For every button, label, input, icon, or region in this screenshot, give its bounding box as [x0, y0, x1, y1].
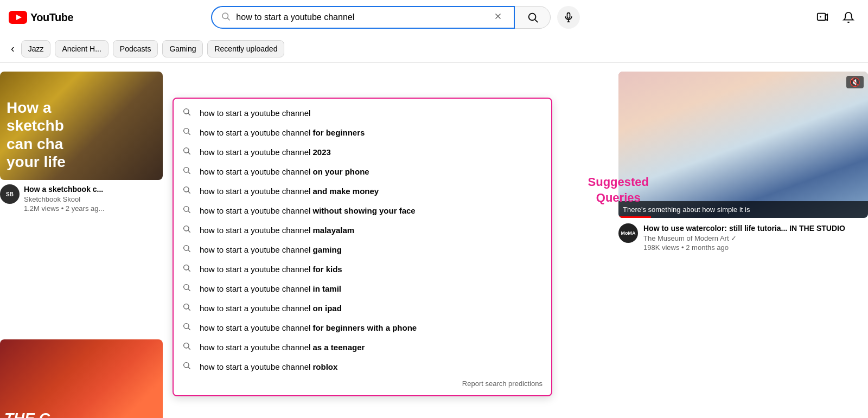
svg-line-20	[188, 152, 190, 155]
autocomplete-item-8[interactable]: how to start a youtube channel for kids	[174, 259, 551, 279]
voice-search-button[interactable]	[557, 6, 580, 29]
search-icon-5	[182, 205, 191, 216]
search-submit-button[interactable]	[515, 6, 551, 29]
left-video-title: How a sketchbook c...	[24, 184, 169, 194]
bottom-card-overlay-text: THE C	[4, 410, 50, 418]
svg-point-29	[184, 246, 189, 250]
autocomplete-item-1[interactable]: how to start a youtube channel for begin…	[174, 123, 551, 142]
right-video-title: How to use watercolor: still life tutori…	[643, 223, 868, 233]
query-text-12: how to start a youtube channel as a teen…	[200, 343, 542, 352]
svg-line-16	[188, 113, 190, 115]
svg-point-37	[184, 324, 189, 329]
autocomplete-item-4[interactable]: how to start a youtube channel and make …	[174, 181, 551, 201]
left-video-info: SB How a sketchbook c... Sketchbook Skoo…	[0, 184, 174, 213]
filter-chip-recently-uploaded[interactable]: Recently uploaded	[207, 40, 284, 57]
right-video-thumbnail[interactable]: 🔇 There's something about how simple it …	[618, 72, 868, 218]
autocomplete-item-2[interactable]: how to start a youtube channel 2023	[174, 142, 551, 162]
logo-area: YouTube	[9, 11, 95, 24]
svg-line-3	[228, 18, 230, 20]
video-card-right[interactable]: 🔇 There's something about how simple it …	[618, 72, 868, 252]
autocomplete-item-0[interactable]: how to start a youtube channel	[174, 103, 551, 123]
svg-point-33	[184, 285, 189, 290]
svg-line-26	[188, 211, 190, 213]
svg-line-38	[188, 328, 190, 330]
search-icon-9	[182, 283, 191, 294]
search-icon-10	[182, 303, 191, 313]
header-actions	[812, 7, 859, 28]
autocomplete-item-12[interactable]: how to start a youtube channel as a teen…	[174, 337, 551, 357]
search-input[interactable]	[236, 12, 491, 22]
search-container	[211, 6, 580, 29]
search-icon-7	[182, 244, 191, 255]
search-icon-6	[182, 224, 191, 235]
search-icon-2	[182, 146, 191, 157]
svg-point-39	[184, 343, 189, 348]
search-icon-3	[182, 166, 191, 177]
autocomplete-item-3[interactable]: how to start a youtube channel on your p…	[174, 162, 551, 181]
autocomplete-item-11[interactable]: how to start a youtube channel for begin…	[174, 318, 551, 337]
autocomplete-dropdown: how to start a youtube channel how to st…	[173, 98, 552, 396]
sketchbook-avatar: SB	[0, 184, 20, 204]
svg-point-21	[184, 168, 189, 172]
svg-line-42	[188, 367, 190, 369]
autocomplete-item-10[interactable]: how to start a youtube channel on ipad	[174, 298, 551, 318]
video-card-bottom-left[interactable]: THE C	[0, 339, 163, 418]
search-icon-13	[182, 361, 191, 372]
autocomplete-item-6[interactable]: how to start a youtube channel malayalam	[174, 220, 551, 240]
report-search-predictions-link[interactable]: Report search predictions	[174, 376, 551, 391]
right-video-meta: How to use watercolor: still life tutori…	[643, 223, 868, 252]
youtube-wordmark: YouTube	[30, 11, 73, 24]
filter-chip-podcasts[interactable]: Podcasts	[113, 40, 158, 57]
query-text-4: how to start a youtube channel and make …	[200, 187, 542, 196]
svg-point-35	[184, 304, 189, 309]
search-icon-0	[182, 107, 191, 118]
query-text-9: how to start a youtube channel in tamil	[200, 284, 542, 293]
notifications-button[interactable]	[838, 7, 859, 28]
query-text-7: how to start a youtube channel gaming	[200, 245, 542, 254]
video-card-left[interactable]: How a sketchb can cha your life SB How a…	[0, 72, 174, 213]
autocomplete-item-5[interactable]: how to start a youtube channel without s…	[174, 201, 551, 220]
muted-icon: 🔇	[846, 76, 864, 88]
svg-point-41	[184, 363, 189, 368]
filter-back-arrow[interactable]: ‹	[9, 40, 17, 57]
header: YouTube	[0, 0, 868, 35]
query-text-0: how to start a youtube channel	[200, 108, 542, 118]
query-text-3: how to start a youtube channel on your p…	[200, 167, 542, 176]
main-content: How a sketchb can cha your life SB How a…	[0, 63, 868, 418]
svg-line-24	[188, 191, 190, 194]
search-icon-1	[182, 127, 191, 138]
left-video-thumb-text: How a sketchb can cha your life	[7, 99, 66, 171]
filter-chip-gaming[interactable]: Gaming	[162, 40, 203, 57]
svg-line-18	[188, 133, 190, 135]
svg-point-14	[820, 17, 821, 17]
query-text-1: how to start a youtube channel for begin…	[200, 128, 542, 137]
query-text-5: how to start a youtube channel without s…	[200, 206, 542, 215]
bottom-left-thumbnail[interactable]: THE C	[0, 339, 163, 418]
create-button[interactable]	[812, 7, 833, 28]
moma-avatar: MoMA	[618, 223, 638, 243]
right-video-channel: The Museum of Modern Art ✓	[643, 234, 868, 242]
svg-line-22	[188, 172, 190, 174]
search-icon-8	[182, 263, 191, 274]
autocomplete-item-9[interactable]: how to start a youtube channel in tamil	[174, 279, 551, 298]
left-video-thumbnail[interactable]: How a sketchb can cha your life	[0, 72, 163, 180]
autocomplete-item-13[interactable]: how to start a youtube channel roblox	[174, 357, 551, 376]
filter-chip-ancient-history[interactable]: Ancient H...	[55, 40, 108, 57]
query-text-10: how to start a youtube channel on ipad	[200, 304, 542, 313]
filter-chip-jazz[interactable]: Jazz	[21, 40, 51, 57]
youtube-logo-icon	[9, 11, 27, 24]
svg-point-25	[184, 207, 189, 211]
autocomplete-item-7[interactable]: how to start a youtube channel gaming	[174, 240, 551, 259]
svg-point-6	[528, 14, 535, 21]
svg-line-36	[188, 308, 190, 311]
svg-line-34	[188, 289, 190, 291]
clear-search-button[interactable]	[491, 9, 505, 26]
svg-point-19	[184, 148, 189, 153]
filters-bar: ‹ Jazz Ancient H... Podcasts Gaming Rece…	[0, 35, 868, 63]
svg-point-15	[184, 109, 189, 114]
svg-line-7	[535, 20, 538, 22]
svg-point-17	[184, 128, 189, 133]
search-bar	[211, 6, 515, 29]
svg-point-2	[222, 13, 228, 19]
query-text-13: how to start a youtube channel roblox	[200, 362, 542, 371]
